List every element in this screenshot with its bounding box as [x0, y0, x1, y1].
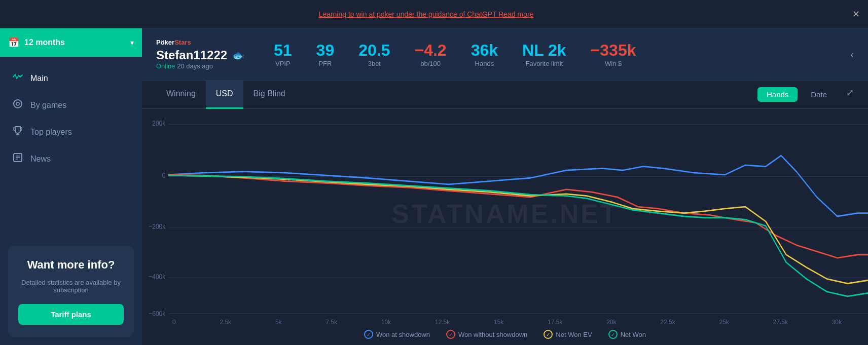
news-icon — [12, 152, 23, 165]
legend-won-showdown-label: Won at showdown — [376, 331, 430, 338]
player-name-row: Stefan11222 🐟 — [156, 48, 258, 62]
player-name: Stefan11222 — [156, 48, 227, 62]
x-label: 30k — [832, 319, 842, 326]
games-icon — [12, 99, 23, 111]
player-header: PökerStars Stefan11222 🐟 Online 20 days … — [142, 28, 868, 81]
fav-limit-value: NL 2k — [522, 41, 566, 60]
x-label: 27.5k — [773, 319, 788, 326]
sidebar-item-by-games[interactable]: By games — [0, 92, 142, 119]
hands-label: Hands — [471, 60, 498, 67]
sidebar-item-top-players[interactable]: Top players — [0, 119, 142, 145]
close-banner-button[interactable]: ✕ — [852, 9, 860, 20]
svg-point-1 — [16, 102, 19, 105]
tariff-plans-button[interactable]: Tariff plans — [18, 304, 124, 325]
stat-pfr: 39 PFR — [316, 41, 335, 67]
svg-point-0 — [14, 100, 22, 108]
x-label: 7.5k — [326, 319, 337, 326]
vpip-label: VPIP — [274, 60, 292, 67]
x-label: 5k — [275, 319, 282, 326]
sidebar-item-top-players-label: Top players — [30, 128, 72, 137]
vpip-value: 51 — [274, 41, 292, 60]
period-selector[interactable]: 📅 12 months ▾ — [0, 28, 142, 57]
stat-win: −335k Win $ — [591, 41, 636, 67]
sidebar: 📅 12 months ▾ Main — [0, 28, 142, 345]
x-label: 2.5k — [220, 319, 231, 326]
svg-text:0: 0 — [162, 171, 166, 180]
pfr-value: 39 — [316, 41, 335, 60]
svg-text:−400k: −400k — [149, 272, 165, 281]
x-label: 0 — [172, 319, 176, 326]
collapse-button[interactable]: ‹ — [850, 49, 854, 60]
nav-menu: Main By games — [0, 57, 142, 180]
pfr-label: PFR — [316, 60, 335, 67]
sidebar-item-main-label: Main — [30, 74, 48, 83]
tab-date[interactable]: Date — [802, 87, 836, 102]
stat-hands: 36k Hands — [471, 41, 498, 67]
stat-bb100: −4.2 bb/100 — [414, 41, 446, 67]
banner-text[interactable]: Learning to win at poker under the guida… — [8, 10, 844, 18]
x-label: 25k — [719, 319, 729, 326]
legend-checkmark-green: ✓ — [608, 330, 618, 339]
hands-value: 36k — [471, 41, 498, 60]
chart-area: STATNAME.NET 200k 0 −200k −400k −600k — [142, 109, 868, 319]
x-label: 15k — [494, 319, 503, 326]
top-banner: Learning to win at poker under the guida… — [0, 0, 868, 28]
stat-vpip: 51 VPIP — [274, 41, 292, 67]
legend-won-no-showdown: ✓ Won without showdown — [446, 330, 527, 339]
stat-group: 51 VPIP 39 PFR 20.5 3bet −4.2 bb/100 — [274, 41, 834, 67]
platform-logo: PökerStars — [156, 39, 258, 46]
expand-icon[interactable]: ⤢ — [846, 87, 854, 102]
chart-legend: ✓ Won at showdown ✓ Won without showdown… — [142, 326, 868, 345]
bb100-value: −4.2 — [414, 41, 446, 60]
legend-net-won-ev-label: Net Won EV — [556, 331, 592, 338]
player-status: Online 20 days ago — [156, 62, 258, 70]
tab-winning[interactable]: Winning — [156, 81, 206, 109]
legend-won-no-showdown-label: Won without showdown — [458, 331, 527, 338]
calendar-icon: 📅 — [8, 37, 19, 48]
tab-usd[interactable]: USD — [206, 81, 243, 109]
stat-3bet: 20.5 3bet — [358, 41, 390, 67]
chart-container: Winning USD Big Blind Hands Date ⤢ — [142, 81, 868, 345]
x-axis-labels: 0 2.5k 5k 7.5k 10k 12.5k 15k 17.5k 20k 2… — [142, 319, 868, 326]
chevron-down-icon: ▾ — [130, 39, 134, 47]
legend-checkmark-yellow: ✓ — [544, 330, 553, 339]
stat-favorite-limit: NL 2k Favorite limit — [522, 41, 566, 67]
3bet-label: 3bet — [358, 60, 390, 67]
legend-won-showdown: ✓ Won at showdown — [364, 330, 430, 339]
tab-big-blind[interactable]: Big Blind — [243, 81, 296, 109]
subscription-box: Want more info? Detailed statistics are … — [8, 246, 134, 337]
sub-description: Detailed statistics are available by sub… — [18, 279, 124, 294]
last-seen: 20 days ago — [177, 62, 213, 70]
legend-net-won-ev: ✓ Net Won EV — [544, 330, 592, 339]
trophy-icon — [12, 126, 23, 138]
svg-text:200k: 200k — [152, 119, 165, 127]
chart-right-tabs: Hands Date ⤢ — [757, 87, 854, 102]
sidebar-item-main[interactable]: Main — [0, 65, 142, 92]
svg-text:−600k: −600k — [149, 310, 165, 318]
x-label: 22.5k — [660, 319, 675, 326]
sidebar-item-news-label: News — [30, 155, 51, 164]
online-indicator: Online — [156, 62, 175, 70]
x-label: 17.5k — [548, 319, 562, 326]
tab-hands[interactable]: Hands — [757, 87, 798, 102]
x-label: 12.5k — [435, 319, 450, 326]
win-value: −335k — [591, 41, 636, 60]
svg-text:−200k: −200k — [149, 222, 165, 231]
legend-checkmark-red: ✓ — [446, 330, 455, 339]
legend-checkmark-blue: ✓ — [364, 330, 373, 339]
player-info: PökerStars Stefan11222 🐟 Online 20 days … — [156, 39, 258, 70]
sub-title: Want more info? — [18, 258, 124, 273]
activity-icon — [12, 72, 23, 85]
chart-svg: 200k 0 −200k −400k −600k — [142, 114, 868, 319]
bb100-label: bb/100 — [414, 60, 446, 67]
3bet-value: 20.5 — [358, 41, 390, 60]
legend-net-won: ✓ Net Won — [608, 330, 646, 339]
fish-icon: 🐟 — [232, 49, 245, 61]
fav-limit-label: Favorite limit — [522, 60, 566, 67]
period-label: 12 months — [24, 38, 125, 47]
x-label: 20k — [606, 319, 616, 326]
content-area: PökerStars Stefan11222 🐟 Online 20 days … — [142, 28, 868, 345]
sidebar-item-news[interactable]: News — [0, 145, 142, 172]
chart-tabs: Winning USD Big Blind Hands Date ⤢ — [142, 81, 868, 109]
win-label: Win $ — [591, 60, 636, 67]
